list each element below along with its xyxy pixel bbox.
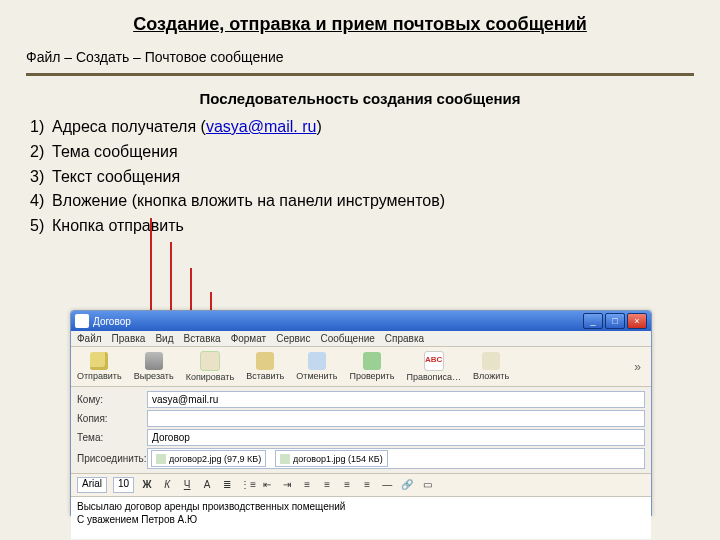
menu-view[interactable]: Вид: [155, 333, 173, 344]
align-center-button[interactable]: ≡: [320, 478, 334, 492]
attachments-box[interactable]: договор2.jpg (97,9 КБ) договор1.jpg (154…: [147, 448, 645, 469]
window-title: Договор: [93, 316, 131, 327]
italic-button[interactable]: К: [160, 478, 174, 492]
toolbar: Отправить Вырезать Копировать Вставить О…: [71, 347, 651, 387]
spell-button[interactable]: ABCПравописа…: [406, 351, 461, 382]
file-icon: [156, 454, 166, 464]
menu-message[interactable]: Сообщение: [320, 333, 374, 344]
menu-tools[interactable]: Сервис: [276, 333, 310, 344]
compose-window: Договор _ □ × Файл Правка Вид Вставка Фо…: [70, 310, 652, 516]
undo-button[interactable]: Отменить: [296, 352, 337, 381]
bullets-button[interactable]: ≣: [220, 478, 234, 492]
cc-label: Копия:: [77, 413, 141, 424]
menu-format[interactable]: Формат: [231, 333, 267, 344]
steps-list: 1)Адреса получателя (vasya@mail. ru) 2)Т…: [0, 115, 720, 245]
step-4: 4)Вложение (кнопка вложить на панели инс…: [30, 189, 720, 214]
step-5: 5)Кнопка отправить: [30, 214, 720, 239]
paste-button[interactable]: Вставить: [246, 352, 284, 381]
attachment-chip[interactable]: договор1.jpg (154 КБ): [275, 450, 388, 467]
sequence-heading: Последовательность создания сообщения: [0, 76, 720, 115]
menu-help[interactable]: Справка: [385, 333, 424, 344]
send-icon: [90, 352, 108, 370]
body-line: С уважением Петров А.Ю: [77, 513, 645, 526]
format-toolbar: Arial 10 Ж К Ч A ≣ ⋮≡ ⇤ ⇥ ≡ ≡ ≡ ≡ ― 🔗 ▭: [71, 473, 651, 497]
check-icon: [363, 352, 381, 370]
maximize-button[interactable]: □: [605, 313, 625, 329]
fontcolor-button[interactable]: A: [200, 478, 214, 492]
close-button[interactable]: ×: [627, 313, 647, 329]
numbering-button[interactable]: ⋮≡: [240, 478, 254, 492]
font-select[interactable]: Arial: [77, 477, 107, 493]
to-label: Кому:: [77, 394, 141, 405]
minimize-button[interactable]: _: [583, 313, 603, 329]
body-line: Высылаю договор аренды производственных …: [77, 500, 645, 513]
size-select[interactable]: 10: [113, 477, 134, 493]
send-button[interactable]: Отправить: [77, 352, 122, 381]
paste-icon: [256, 352, 274, 370]
align-right-button[interactable]: ≡: [340, 478, 354, 492]
menu-insert[interactable]: Вставка: [183, 333, 220, 344]
check-button[interactable]: Проверить: [349, 352, 394, 381]
header-fields: Кому: vasya@mail.ru Копия: Тема: Договор…: [71, 387, 651, 473]
message-body[interactable]: Высылаю договор аренды производственных …: [71, 497, 651, 539]
align-left-button[interactable]: ≡: [300, 478, 314, 492]
undo-icon: [308, 352, 326, 370]
link-button[interactable]: 🔗: [400, 478, 414, 492]
menu-file[interactable]: Файл: [77, 333, 102, 344]
recipient-example-link[interactable]: vasya@mail. ru: [206, 118, 317, 135]
breadcrumb: Файл – Создать – Почтовое сообщение: [0, 45, 720, 73]
menubar: Файл Правка Вид Вставка Формат Сервис Со…: [71, 331, 651, 347]
align-justify-button[interactable]: ≡: [360, 478, 374, 492]
page-title: Создание, отправка и прием почтовых сооб…: [0, 0, 720, 45]
step-2: 2)Тема сообщения: [30, 140, 720, 165]
copy-icon: [200, 351, 220, 371]
subject-input[interactable]: Договор: [147, 429, 645, 446]
cut-icon: [145, 352, 163, 370]
to-input[interactable]: vasya@mail.ru: [147, 391, 645, 408]
cut-button[interactable]: Вырезать: [134, 352, 174, 381]
window-icon: [75, 314, 89, 328]
image-button[interactable]: ▭: [420, 478, 434, 492]
hr-button[interactable]: ―: [380, 478, 394, 492]
toolbar-overflow-icon[interactable]: »: [634, 360, 645, 374]
attach-button[interactable]: Вложить: [473, 352, 509, 381]
subject-label: Тема:: [77, 432, 141, 443]
paperclip-icon: [482, 352, 500, 370]
menu-edit[interactable]: Правка: [112, 333, 146, 344]
outdent-button[interactable]: ⇤: [260, 478, 274, 492]
copy-button[interactable]: Копировать: [186, 351, 234, 382]
spell-icon: ABC: [424, 351, 444, 371]
indent-button[interactable]: ⇥: [280, 478, 294, 492]
titlebar: Договор _ □ ×: [71, 311, 651, 331]
step-3: 3)Текст сообщения: [30, 165, 720, 190]
underline-button[interactable]: Ч: [180, 478, 194, 492]
attachment-chip[interactable]: договор2.jpg (97,9 КБ): [151, 450, 266, 467]
attach-label: Присоединить:: [77, 453, 141, 464]
file-icon: [280, 454, 290, 464]
cc-input[interactable]: [147, 410, 645, 427]
step-1: 1)Адреса получателя (vasya@mail. ru): [30, 115, 720, 140]
bold-button[interactable]: Ж: [140, 478, 154, 492]
